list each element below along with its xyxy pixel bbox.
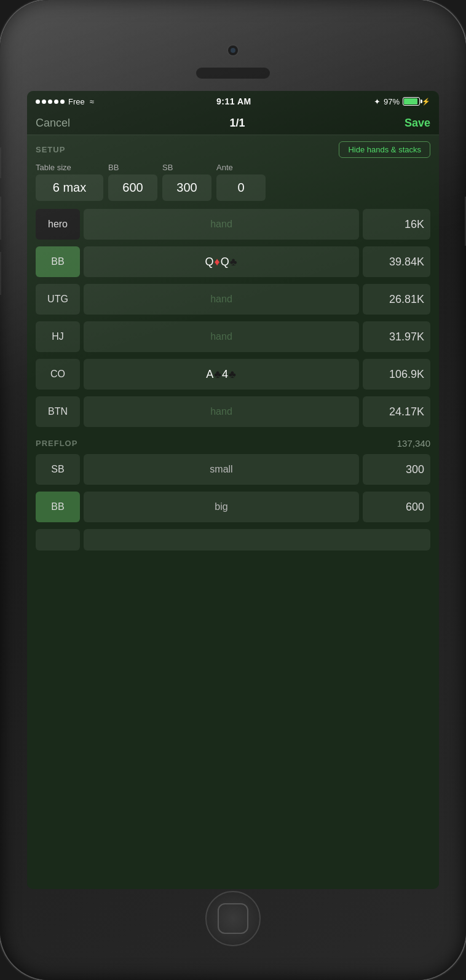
content-area: SETUP Hide hands & stacks Table size 6 m… xyxy=(27,135,439,889)
action-amount-sb[interactable]: 300 xyxy=(363,454,430,485)
setup-label: SETUP xyxy=(36,145,65,154)
action-position-label: BB xyxy=(51,501,64,512)
signal-strength xyxy=(36,100,65,104)
preflop-header: PREFLOP 137,340 xyxy=(27,432,439,452)
speaker-grill xyxy=(196,68,270,79)
table-size-input[interactable]: 6 max xyxy=(36,174,103,201)
player-hand-placeholder: hand xyxy=(210,294,232,305)
action-position-bb[interactable]: BB xyxy=(36,492,80,522)
player-hand-hero[interactable]: hand xyxy=(84,209,359,240)
player-row-utg: UTG hand 26.81K xyxy=(36,282,430,316)
screen: Free ≈ 9:11 AM ✦ 97% ⚡ Cancel 1/1 Save xyxy=(27,91,439,889)
action-amount-bb[interactable]: 600 xyxy=(363,492,430,522)
bb-input[interactable]: 600 xyxy=(108,174,157,201)
player-hand-co[interactable]: A ♣ 4 ♣ xyxy=(84,359,359,390)
signal-dot-2 xyxy=(42,100,46,104)
action-type-label: big xyxy=(215,501,227,512)
player-stack-bb[interactable]: 39.84K xyxy=(363,246,430,277)
bb-col: BB 600 xyxy=(108,163,157,201)
table-size-label: Table size xyxy=(36,163,103,172)
player-stack-hero[interactable]: 16K xyxy=(363,209,430,240)
bb-label: BB xyxy=(108,163,157,172)
player-stack-utg[interactable]: 26.81K xyxy=(363,284,430,315)
player-position-label: BB xyxy=(51,256,64,267)
battery-shape xyxy=(403,97,420,106)
player-position-hj[interactable]: HJ xyxy=(36,321,80,352)
card-suit-2: ♣ xyxy=(229,368,237,381)
player-hand-hj[interactable]: hand xyxy=(84,321,359,352)
player-position-label: CO xyxy=(50,369,65,380)
card-suit-1: ♦ xyxy=(215,256,221,269)
battery-fill xyxy=(404,98,417,104)
player-hand-utg[interactable]: hand xyxy=(84,284,359,315)
setup-section-header: SETUP Hide hands & stacks xyxy=(27,135,439,163)
action-row-bb: BB big 600 xyxy=(36,490,430,524)
player-hand-btn[interactable]: hand xyxy=(84,396,359,427)
sb-input[interactable]: 300 xyxy=(162,174,211,201)
player-stack-value: 16K xyxy=(405,218,424,231)
action-type-label: small xyxy=(210,464,232,475)
player-position-co[interactable]: CO xyxy=(36,359,80,390)
player-position-hero[interactable]: hero xyxy=(36,209,80,240)
player-hand-placeholder: hand xyxy=(210,331,232,342)
sb-col: SB 300 xyxy=(162,163,211,201)
bluetooth-icon: ✦ xyxy=(374,97,381,106)
battery-icon: ⚡ xyxy=(403,97,430,106)
player-position-bb[interactable]: BB xyxy=(36,246,80,277)
home-button-icon xyxy=(218,903,248,934)
hide-hands-button[interactable]: Hide hands & stacks xyxy=(339,141,430,158)
action-row-sb: SB small 300 xyxy=(36,452,430,487)
player-hand-placeholder: hand xyxy=(210,219,232,230)
partial-row xyxy=(36,527,430,552)
mute-button[interactable] xyxy=(0,147,1,178)
phone-frame: Free ≈ 9:11 AM ✦ 97% ⚡ Cancel 1/1 Save xyxy=(0,0,466,980)
ante-col: Ante 0 xyxy=(216,163,266,201)
card-suit-1: ♣ xyxy=(214,368,222,381)
player-hand-bb[interactable]: Q ♦ Q ♣ xyxy=(84,246,359,277)
carrier-label: Free xyxy=(68,97,85,106)
status-time: 9:11 AM xyxy=(216,96,251,106)
signal-dot-5 xyxy=(60,100,65,104)
status-right: ✦ 97% ⚡ xyxy=(374,97,430,106)
signal-dot-4 xyxy=(54,100,58,104)
nav-bar: Cancel 1/1 Save xyxy=(27,112,439,135)
player-position-label: BTN xyxy=(48,406,68,417)
player-position-label: UTG xyxy=(47,294,68,305)
wifi-icon: ≈ xyxy=(90,97,94,106)
action-type-bb[interactable]: big xyxy=(84,492,359,522)
player-stack-hj[interactable]: 31.97K xyxy=(363,321,430,352)
battery-percent: 97% xyxy=(384,97,400,106)
player-stack-value: 26.81K xyxy=(389,293,424,306)
player-row-hero: hero hand 16K xyxy=(36,207,430,241)
player-position-label: HJ xyxy=(52,331,64,342)
player-stack-value: 31.97K xyxy=(389,331,424,343)
card-rank-1: Q xyxy=(205,256,214,269)
status-bar: Free ≈ 9:11 AM ✦ 97% ⚡ xyxy=(27,91,439,112)
player-position-btn[interactable]: BTN xyxy=(36,396,80,427)
player-position-utg[interactable]: UTG xyxy=(36,284,80,315)
player-stack-btn[interactable]: 24.17K xyxy=(363,396,430,427)
card-rank-2: 4 xyxy=(222,368,229,381)
sb-label: SB xyxy=(162,163,211,172)
volume-up-button[interactable] xyxy=(0,197,1,240)
volume-down-button[interactable] xyxy=(0,252,1,295)
nav-title: 1/1 xyxy=(229,117,245,130)
signal-dot-3 xyxy=(48,100,52,104)
save-button[interactable]: Save xyxy=(405,117,430,130)
camera-icon xyxy=(227,44,239,57)
card-suit-2: ♣ xyxy=(230,256,238,269)
card-rank-2: Q xyxy=(221,256,230,269)
signal-dot-1 xyxy=(36,100,40,104)
ante-input[interactable]: 0 xyxy=(216,174,266,201)
preflop-label: PREFLOP xyxy=(36,439,77,448)
player-row-bb: BB Q ♦ Q ♣ 39.84K xyxy=(36,245,430,279)
player-stack-value: 39.84K xyxy=(389,256,424,269)
preflop-pot: 137,340 xyxy=(397,438,430,449)
action-position-sb[interactable]: SB xyxy=(36,454,80,485)
action-type-sb[interactable]: small xyxy=(84,454,359,485)
home-button[interactable] xyxy=(205,891,261,946)
cancel-button[interactable]: Cancel xyxy=(36,117,70,130)
player-stack-co[interactable]: 106.9K xyxy=(363,359,430,390)
player-stack-value: 24.17K xyxy=(389,406,424,418)
charging-icon: ⚡ xyxy=(422,98,430,106)
